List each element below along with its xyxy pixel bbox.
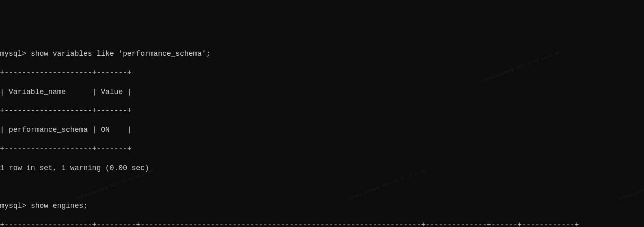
table1-border-mid: +--------------------+-------+ — [0, 106, 644, 116]
mysql-prompt-line-2[interactable]: mysql> show engines; — [0, 201, 644, 211]
table1-border-bot: +--------------------+-------+ — [0, 144, 644, 154]
terminal-output: mysql> show variables like 'performance_… — [0, 40, 644, 227]
table1-border-top: +--------------------+-------+ — [0, 68, 644, 78]
table1-header: | Variable_name | Value | — [0, 87, 644, 97]
mysql-prompt: mysql> — [0, 202, 26, 210]
table2-border-top: +--------------------+---------+--------… — [0, 220, 644, 227]
sql-command-2: show engines; — [31, 202, 88, 210]
blank-line — [0, 182, 644, 192]
sql-command-1: show variables like 'performance_schema'… — [31, 50, 211, 58]
query1-status: 1 row in set, 1 warning (0.00 sec) — [0, 164, 644, 173]
table1-row: | performance_schema | ON | — [0, 125, 644, 135]
mysql-prompt: mysql> — [0, 50, 26, 58]
mysql-prompt-line-1[interactable]: mysql> show variables like 'performance_… — [0, 49, 644, 59]
